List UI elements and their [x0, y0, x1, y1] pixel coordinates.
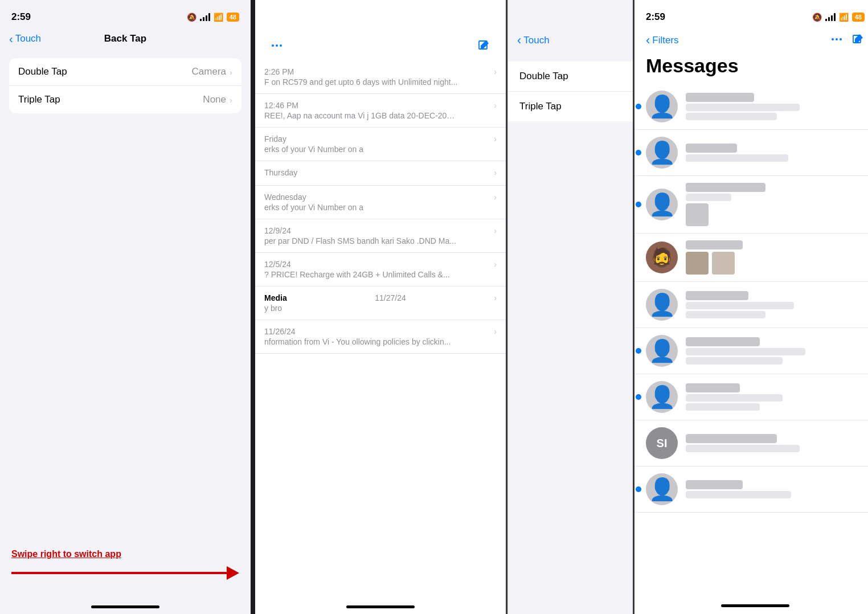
msg-item-8[interactable]: Media 11/27/24 › y bro: [255, 286, 506, 320]
msg-meta-6: 12/9/24 ›: [264, 226, 497, 235]
unread-dot-1: [636, 104, 641, 109]
status-icons-4: 🔕 📶 48: [812, 13, 865, 22]
back-label-1[interactable]: Touch: [15, 33, 41, 44]
panel3-triple-tap[interactable]: Triple Tap: [508, 92, 633, 121]
svg-point-4: [832, 38, 834, 40]
panel3-triple-tap-label: Triple Tap: [519, 101, 562, 112]
msg-item-9[interactable]: 11/26/24 › nformation from Vi - You ollo…: [255, 320, 506, 354]
msg-content-5: Wednesday › erks of your Vi Number on a: [264, 193, 497, 212]
double-tap-item[interactable]: Double Tap Camera ›: [9, 58, 241, 86]
messages-app-panel: 2:59 🔕 📶 48 ‹ Filters: [634, 0, 868, 614]
status-bar-1: 2:59 🔕 📶 48: [0, 0, 251, 31]
msg-preview-8: y bro: [264, 304, 458, 313]
avatar-8: SI: [646, 427, 678, 459]
convo-item-3[interactable]: 👤: [634, 176, 868, 234]
convo-preview-6: [686, 348, 805, 355]
msg-content-3: Friday › erks of your Vi Number on a: [264, 134, 497, 154]
convo-name-5: [686, 291, 748, 300]
convo-item-2[interactable]: 👤: [634, 130, 868, 176]
arrow-head: [227, 566, 239, 580]
avatar-icon-6: 👤: [649, 338, 675, 363]
avatar-icon-3: 👤: [649, 192, 675, 217]
convo-preview-1: [686, 104, 800, 111]
convo-preview-2: [686, 154, 788, 162]
messages-title-bar: Messages: [634, 52, 868, 84]
avatar-wrap-6: 👤: [646, 335, 678, 367]
svg-point-6: [840, 38, 842, 40]
msg-item-2[interactable]: 12:46 PM › REE!, Aap na account ma Vi j …: [255, 94, 506, 128]
mute-icon-4: 🔕: [812, 13, 822, 22]
msg-item-6[interactable]: 12/9/24 › per par DND / Flash SMS bandh …: [255, 219, 506, 253]
avatar-7: 👤: [646, 381, 678, 413]
convo-name-9: [686, 480, 743, 489]
panel3-nav: ‹ Touch: [508, 31, 633, 55]
signal-bar-4-3: [831, 15, 833, 21]
avatar-wrap-5: 👤: [646, 289, 678, 321]
convo-name-row-8: [686, 434, 865, 443]
arrow-line: [11, 572, 228, 574]
home-indicator-1: [91, 605, 159, 608]
compose-icon-2[interactable]: [474, 35, 494, 56]
msg-item-7[interactable]: 12/5/24 › ? PRICE! Recharge with 24GB + …: [255, 253, 506, 286]
panel3-back-chevron: ‹: [517, 33, 521, 48]
avatar-wrap-9: 👤: [646, 473, 678, 505]
home-indicator-4: [634, 600, 868, 614]
msg-chevron-6: ›: [494, 226, 497, 235]
back-button-1[interactable]: ‹ Touch: [9, 32, 41, 46]
convo-thumb-row-4: [686, 252, 865, 275]
convo-name-7: [686, 383, 740, 392]
convo-item-6[interactable]: 👤: [634, 328, 868, 374]
divider-1: [251, 0, 255, 614]
convo-item-5[interactable]: 👤: [634, 282, 868, 328]
convo-name-row-1: [686, 93, 865, 102]
battery-badge-4: 48: [852, 13, 865, 22]
avatar-wrap-1: 👤: [646, 91, 678, 122]
panel3-status: [508, 0, 633, 31]
convo-content-3: [686, 183, 865, 226]
msg-item-1[interactable]: 2:26 PM › F on RC579 and get upto 6 days…: [255, 60, 506, 94]
msg-item-4[interactable]: Thursday ›: [255, 161, 506, 186]
more-icon-2[interactable]: [267, 35, 287, 56]
convo-item-7[interactable]: 👤: [634, 374, 868, 420]
msg-chevron-3: ›: [494, 134, 497, 144]
convo-content-1: [686, 93, 865, 120]
time-1: 2:59: [11, 11, 31, 23]
convo-preview-1b: [686, 113, 777, 120]
convo-item-1[interactable]: 👤: [634, 84, 868, 130]
msg-date-2: 12:46 PM: [264, 101, 298, 110]
convo-item-9[interactable]: 👤: [634, 466, 868, 513]
msg-item-3[interactable]: Friday › erks of your Vi Number on a: [255, 128, 506, 161]
msg-item-5[interactable]: Wednesday › erks of your Vi Number on a: [255, 186, 506, 219]
msg-date-1: 2:26 PM: [264, 67, 294, 76]
msg-chevron-9: ›: [494, 327, 497, 336]
msg-chevron-2: ›: [494, 101, 497, 110]
convo-preview-5b: [686, 311, 765, 318]
triple-tap-chevron: ›: [230, 95, 232, 105]
more-icon-4[interactable]: [830, 33, 843, 48]
signal-bars-4: [825, 13, 836, 21]
avatar-wrap-7: 👤: [646, 381, 678, 413]
panel3-back-btn[interactable]: ‹ Touch: [517, 33, 550, 48]
panel3-double-tap[interactable]: Double Tap: [508, 62, 633, 92]
filters-back-label[interactable]: Filters: [652, 35, 678, 46]
convo-item-8[interactable]: SI: [634, 420, 868, 466]
swipe-text: Swipe right to switch app: [11, 549, 239, 559]
msg-content-2: 12:46 PM › REE!, Aap na account ma Vi j …: [264, 101, 497, 120]
signal-bar-4-2: [828, 17, 830, 21]
convo-content-5: [686, 291, 865, 318]
convo-preview-9: [686, 491, 791, 498]
panel3-back-label[interactable]: Touch: [523, 35, 549, 46]
avatar-icon-1: 👤: [649, 94, 675, 119]
msg-date-7: 12/5/24: [264, 260, 291, 269]
mute-icon: 🔕: [187, 13, 196, 22]
compose-icon-4[interactable]: [852, 33, 865, 48]
msg-chevron-5: ›: [494, 193, 497, 202]
triple-tap-label: Triple Tap: [18, 94, 60, 105]
avatar-9: 👤: [646, 473, 678, 505]
avatar-5: 👤: [646, 289, 678, 321]
convo-item-4[interactable]: 🧔: [634, 234, 868, 282]
back-chevron-1: ‹: [9, 32, 13, 46]
msg-date-3: Friday: [264, 134, 286, 144]
triple-tap-item[interactable]: Triple Tap None ›: [9, 86, 241, 113]
panel2-header: [255, 31, 506, 60]
